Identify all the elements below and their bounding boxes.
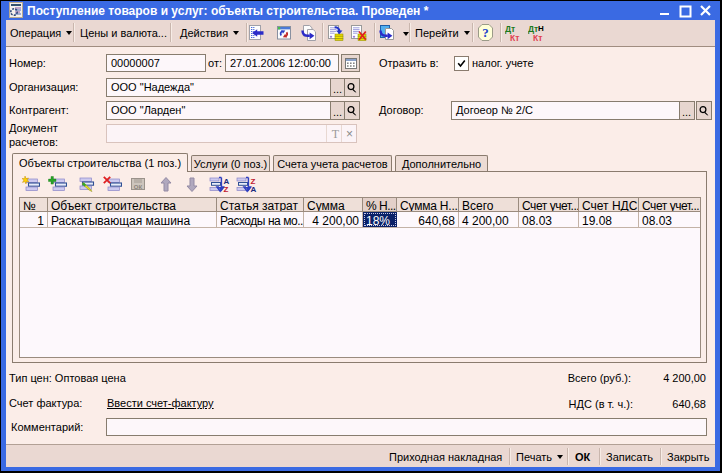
svg-text:Z: Z (224, 185, 229, 193)
svg-text:A: A (251, 185, 257, 193)
svg-text:Кт: Кт (533, 33, 542, 43)
svg-text:ОК: ОК (134, 184, 143, 190)
svg-text:Кт: Кт (510, 33, 519, 43)
svg-text:?: ? (482, 25, 489, 40)
